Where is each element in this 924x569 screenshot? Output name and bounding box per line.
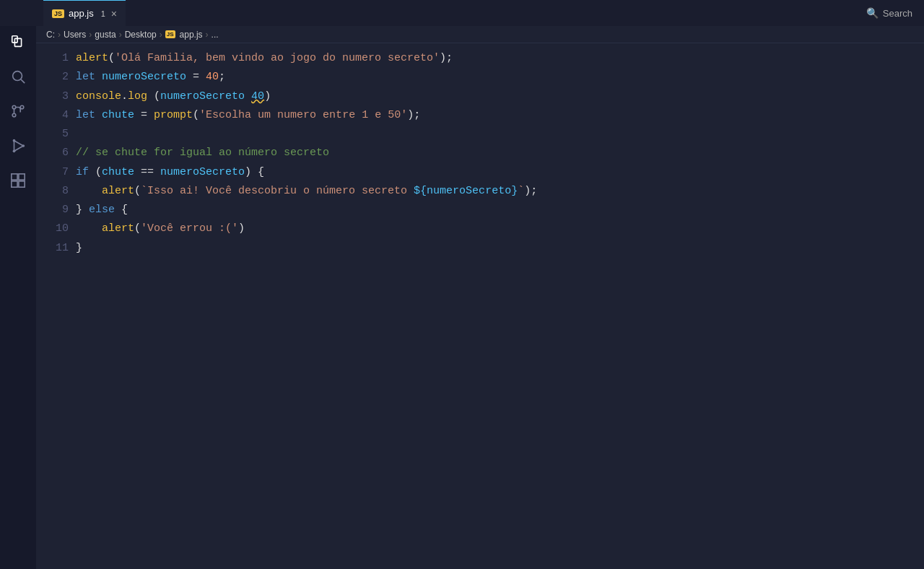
search-area[interactable]: 🔍 Search — [866, 7, 924, 19]
svg-point-4 — [12, 105, 16, 109]
svg-marker-7 — [14, 141, 24, 152]
tab-modified-badge: 1 — [101, 9, 105, 18]
svg-point-8 — [13, 150, 16, 153]
breadcrumb-dots: ... — [212, 30, 219, 40]
main-layout: C: › Users › gusta › Desktop › JS app.js… — [0, 26, 924, 569]
code-line-1: alert('Olá Familia, bem vindo ao jogo do… — [76, 49, 910, 68]
breadcrumb-desktop: Desktop — [125, 30, 157, 40]
breadcrumb-c: C: — [46, 30, 55, 40]
svg-line-3 — [21, 79, 25, 83]
code-container: 1 2 3 4 5 6 7 8 9 10 11 alert('Olá Famil… — [36, 43, 924, 569]
breadcrumb-gusta: gusta — [95, 30, 116, 40]
extensions-icon[interactable] — [8, 170, 28, 191]
code-line-7: if (chute == numeroSecreto) { — [76, 163, 910, 182]
code-line-6: // se chute for igual ao número secreto — [76, 144, 910, 162]
svg-point-9 — [22, 144, 25, 147]
line-numbers: 1 2 3 4 5 6 7 8 9 10 11 — [36, 49, 76, 569]
svg-rect-14 — [19, 181, 25, 187]
svg-point-2 — [13, 71, 22, 81]
svg-point-6 — [12, 113, 16, 117]
code-line-9: } else { — [76, 201, 910, 220]
source-control-icon[interactable] — [8, 101, 28, 121]
tab-js-badge: JS — [52, 9, 64, 18]
editor-area: C: › Users › gusta › Desktop › JS app.js… — [36, 26, 924, 569]
code-line-2: let numeroSecreto = 40; — [76, 68, 910, 87]
svg-rect-12 — [19, 174, 25, 180]
search-label: Search — [883, 8, 912, 19]
code-line-3: console.log (numeroSecreto 40) — [76, 87, 910, 106]
breadcrumb: C: › Users › gusta › Desktop › JS app.js… — [36, 26, 924, 43]
search-activity-icon[interactable] — [8, 66, 28, 87]
svg-point-10 — [13, 139, 16, 142]
activity-bar — [0, 26, 36, 569]
files-icon[interactable] — [8, 32, 28, 52]
code-line-8: alert(`Isso ai! Você descobriu o número … — [76, 182, 910, 201]
code-line-11: } — [76, 239, 910, 258]
run-debug-icon[interactable] — [8, 136, 28, 156]
tab-area: JS app.js 1 × — [43, 0, 126, 26]
svg-rect-13 — [12, 181, 17, 187]
code-line-4: let chute = prompt('Escolha um numero en… — [76, 106, 910, 125]
title-bar: JS app.js 1 × 🔍 Search — [0, 0, 924, 26]
breadcrumb-appjs: app.js — [180, 30, 203, 40]
breadcrumb-users: Users — [64, 30, 86, 40]
search-icon: 🔍 — [866, 7, 879, 19]
breadcrumb-js-badge: JS — [165, 30, 175, 38]
tab-app-js[interactable]: JS app.js 1 × — [43, 0, 126, 26]
tab-close-button[interactable]: × — [111, 8, 117, 19]
code-editor[interactable]: alert('Olá Familia, bem vindo ao jogo do… — [76, 49, 924, 569]
code-line-5 — [76, 125, 910, 144]
code-line-10: alert('Você errou :(') — [76, 220, 910, 238]
tab-filename: app.js — [69, 8, 94, 19]
svg-rect-11 — [12, 174, 17, 180]
